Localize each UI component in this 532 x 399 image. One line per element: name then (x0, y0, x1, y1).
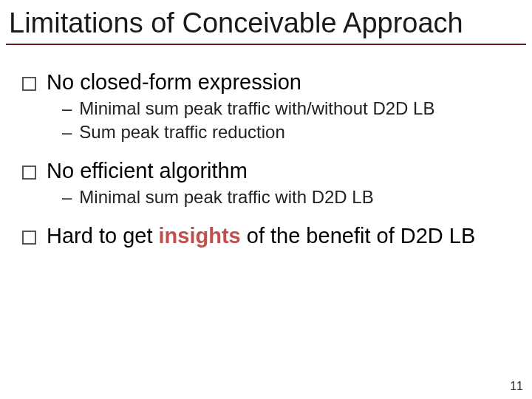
dash-bullet-icon: – (62, 98, 72, 119)
subbullet-text: Sum peak traffic reduction (79, 121, 510, 143)
slide: Limitations of Conceivable Approach No c… (0, 0, 532, 399)
bullet-text-pre: Hard to get (47, 224, 159, 248)
square-bullet-icon (22, 166, 36, 180)
bullet-text: No closed-form expression (47, 70, 510, 95)
dash-bullet-icon: – (62, 186, 72, 208)
bullet-text: Hard to get insights of the benefit of D… (47, 224, 510, 248)
square-bullet-icon (22, 231, 36, 245)
slide-title: Limitations of Conceivable Approach (0, 0, 532, 42)
subbullet-text: Minimal sum peak traffic with/without D2… (79, 98, 510, 119)
bullet-no-closed-form: No closed-form expression (22, 70, 510, 95)
subbullet-minimal-with-d2d: – Minimal sum peak traffic with D2D LB (62, 186, 510, 208)
square-bullet-icon (22, 77, 36, 91)
page-number: 11 (510, 380, 523, 393)
bullet-hard-insights: Hard to get insights of the benefit of D… (22, 224, 510, 248)
bullet-text: No efficient algorithm (47, 159, 510, 183)
dash-bullet-icon: – (62, 121, 72, 143)
subbullet-text: Minimal sum peak traffic with D2D LB (79, 186, 510, 208)
slide-content: No closed-form expression – Minimal sum … (0, 45, 532, 249)
bullet-no-efficient-algorithm: No efficient algorithm (22, 159, 510, 183)
bullet-text-post: of the benefit of D2D LB (241, 224, 476, 248)
subbullet-minimal-with-without: – Minimal sum peak traffic with/without … (62, 98, 510, 119)
bullet-text-accent: insights (159, 224, 241, 248)
subbullet-sum-peak-reduction: – Sum peak traffic reduction (62, 121, 510, 143)
